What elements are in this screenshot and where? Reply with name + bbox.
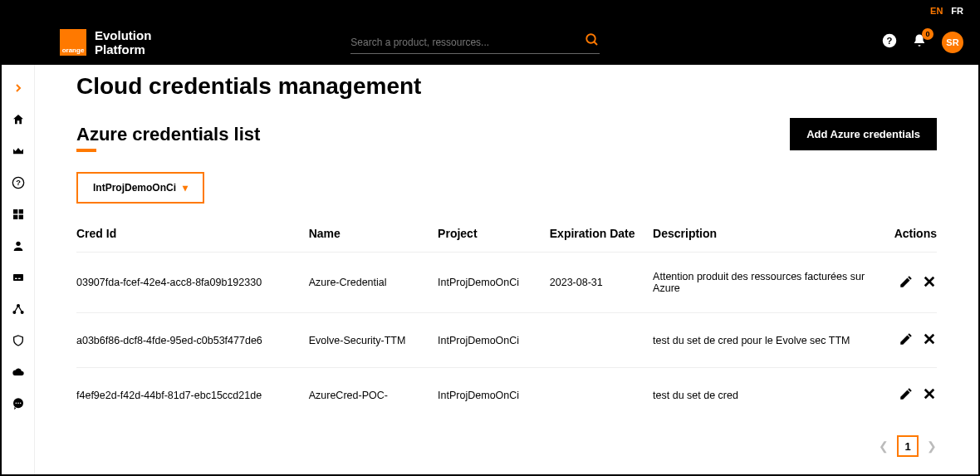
svg-point-18 <box>15 403 17 405</box>
edit-icon[interactable] <box>899 331 914 349</box>
brand-line1: Evolution <box>95 28 151 42</box>
svg-rect-6 <box>13 209 17 213</box>
crown-icon[interactable] <box>10 143 27 159</box>
pager-next-icon[interactable]: ❯ <box>927 439 937 453</box>
add-credentials-button[interactable]: Add Azure credentials <box>790 118 937 150</box>
main-content: Cloud credentials management Azure crede… <box>35 65 978 474</box>
svg-point-19 <box>17 403 19 405</box>
header-actions: ? 0 SR <box>882 32 963 53</box>
col-cred-id: Cred Id <box>76 215 309 253</box>
delete-icon[interactable] <box>922 274 937 292</box>
sidebar: ? <box>2 65 35 474</box>
edit-icon[interactable] <box>899 386 914 404</box>
sidebar-toggle-icon[interactable] <box>10 80 27 96</box>
pager-prev-icon[interactable]: ❮ <box>879 439 889 453</box>
svg-text:?: ? <box>16 179 21 187</box>
cell-expiration <box>550 368 653 423</box>
cell-expiration <box>550 313 653 368</box>
dashboard-icon[interactable] <box>10 206 27 223</box>
notifications-icon[interactable]: 0 <box>912 33 927 52</box>
cell-project: IntProjDemoOnCi <box>438 253 550 313</box>
card-icon[interactable] <box>10 269 27 286</box>
pagination: ❮ 1 ❯ <box>76 435 937 457</box>
section-title: Azure credentials list <box>76 124 260 145</box>
chevron-down-icon: ▾ <box>183 182 188 194</box>
svg-rect-11 <box>13 274 23 281</box>
cell-project: IntProjDemoOnCi <box>438 368 550 423</box>
svg-rect-13 <box>18 278 21 279</box>
cell-name: Azure-Credential <box>309 253 438 313</box>
cell-actions <box>876 253 937 313</box>
svg-rect-8 <box>13 215 17 219</box>
table-row: f4ef9e2d-f42d-44bf-81d7-ebc15ccd21deAzur… <box>76 368 937 423</box>
delete-icon[interactable] <box>922 386 937 404</box>
home-icon[interactable] <box>10 111 27 128</box>
cell-description: test du set de cred <box>653 368 876 423</box>
search-input[interactable] <box>350 32 585 53</box>
cell-name: AzureCred-POC- <box>309 368 438 423</box>
svg-line-1 <box>595 42 598 45</box>
question-icon[interactable]: ? <box>10 174 27 191</box>
header: orange Evolution Platform ? 0 SR <box>2 20 978 65</box>
col-name: Name <box>309 215 438 253</box>
svg-point-20 <box>19 403 21 405</box>
cell-actions <box>876 368 937 423</box>
cell-actions <box>876 313 937 368</box>
svg-rect-7 <box>18 209 22 213</box>
delete-icon[interactable] <box>922 331 937 349</box>
cloud-icon[interactable] <box>10 364 27 380</box>
pager-current[interactable]: 1 <box>897 435 919 457</box>
cell-description: Attention produit des ressources facturé… <box>653 253 876 313</box>
brand-logo[interactable]: orange <box>60 29 86 56</box>
table-row: 03907fda-fcef-42e4-acc8-8fa09b192330Azur… <box>76 253 937 313</box>
search-bar[interactable] <box>350 32 600 54</box>
svg-point-10 <box>16 242 20 246</box>
svg-rect-12 <box>15 278 17 279</box>
avatar[interactable]: SR <box>942 32 963 53</box>
help-icon[interactable]: ? <box>882 33 897 52</box>
svg-point-0 <box>587 34 596 43</box>
svg-rect-9 <box>18 215 22 219</box>
cell-cred-id: a03b6f86-dcf8-4fde-95ed-c0b53f477de6 <box>76 313 309 368</box>
credentials-table: Cred Id Name Project Expiration Date Des… <box>76 215 937 422</box>
shield-icon[interactable] <box>10 332 27 349</box>
network-icon[interactable] <box>10 301 27 317</box>
search-icon[interactable] <box>585 32 600 52</box>
col-description: Description <box>653 215 876 253</box>
language-strip: EN FR <box>2 2 978 20</box>
project-filter-value: IntProjDemoOnCi <box>93 182 176 194</box>
col-actions: Actions <box>876 215 937 253</box>
brand-line2: Platform <box>95 42 151 56</box>
lang-en[interactable]: EN <box>930 6 943 16</box>
cell-expiration: 2023-08-31 <box>550 253 653 313</box>
table-row: a03b6f86-dcf8-4fde-95ed-c0b53f477de6Evol… <box>76 313 937 368</box>
col-expiration: Expiration Date <box>550 215 653 253</box>
cell-cred-id: 03907fda-fcef-42e4-acc8-8fa09b192330 <box>76 253 309 313</box>
project-filter-dropdown[interactable]: IntProjDemoOnCi ▾ <box>76 172 204 204</box>
notification-badge: 0 <box>922 28 933 40</box>
col-project: Project <box>438 215 550 253</box>
chat-icon[interactable] <box>10 395 27 412</box>
svg-text:?: ? <box>887 36 893 46</box>
cell-description: test du set de cred pour le Evolve sec T… <box>653 313 876 368</box>
cell-name: Evolve-Security-TTM <box>309 313 438 368</box>
edit-icon[interactable] <box>899 274 914 292</box>
page-title: Cloud credentials management <box>76 73 937 100</box>
brand-title: Evolution Platform <box>95 28 151 57</box>
cell-cred-id: f4ef9e2d-f42d-44bf-81d7-ebc15ccd21de <box>76 368 309 423</box>
cell-project: IntProjDemoOnCi <box>438 313 550 368</box>
user-icon[interactable] <box>10 238 27 254</box>
lang-fr[interactable]: FR <box>951 6 963 16</box>
